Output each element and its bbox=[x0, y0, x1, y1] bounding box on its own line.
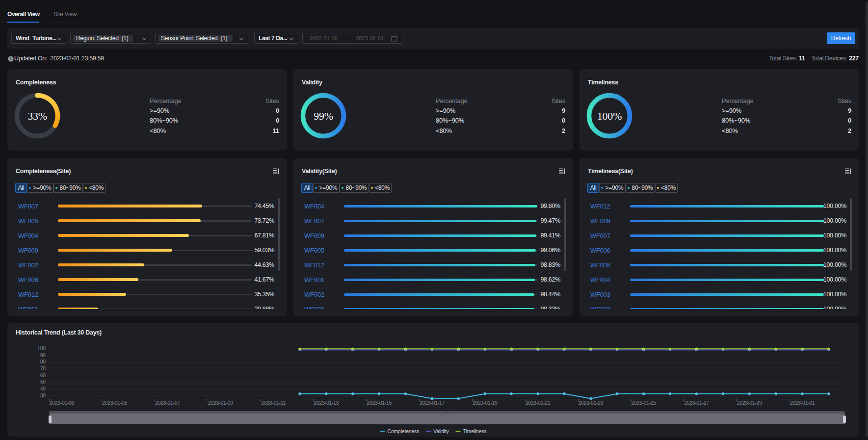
svg-text:50: 50 bbox=[40, 379, 46, 385]
svg-text:60: 60 bbox=[40, 372, 46, 378]
svg-text:100: 100 bbox=[37, 345, 46, 351]
svg-text:2023-01-03: 2023-01-03 bbox=[50, 400, 75, 406]
svg-text:2023-01-05: 2023-01-05 bbox=[102, 400, 127, 406]
svg-text:2023-01-27: 2023-01-27 bbox=[684, 400, 709, 406]
svg-text:99%: 99% bbox=[314, 110, 333, 122]
svg-text:33%: 33% bbox=[27, 110, 47, 122]
svg-text:70: 70 bbox=[40, 365, 46, 371]
svg-text:2023-01-07: 2023-01-07 bbox=[155, 400, 180, 406]
svg-text:2023-01-21: 2023-01-21 bbox=[526, 400, 551, 406]
svg-text:2023-01-19: 2023-01-19 bbox=[473, 400, 498, 406]
svg-text:100%: 100% bbox=[597, 110, 622, 122]
svg-text:80: 80 bbox=[40, 359, 46, 364]
svg-text:2023-01-15: 2023-01-15 bbox=[367, 400, 392, 406]
svg-text:2023-01-23: 2023-01-23 bbox=[579, 400, 604, 406]
svg-text:2023-01-29: 2023-01-29 bbox=[737, 400, 762, 406]
svg-text:30: 30 bbox=[40, 392, 46, 398]
svg-text:2023-01-11: 2023-01-11 bbox=[261, 400, 286, 406]
svg-text:90: 90 bbox=[40, 352, 46, 358]
svg-text:2023-01-09: 2023-01-09 bbox=[208, 400, 233, 406]
svg-text:2023-01-17: 2023-01-17 bbox=[420, 400, 445, 406]
svg-text:2023-01-13: 2023-01-13 bbox=[314, 400, 339, 406]
svg-text:2023-01-25: 2023-01-25 bbox=[631, 400, 656, 406]
svg-text:40: 40 bbox=[40, 386, 46, 391]
svg-text:2023-01-31: 2023-01-31 bbox=[790, 400, 815, 406]
